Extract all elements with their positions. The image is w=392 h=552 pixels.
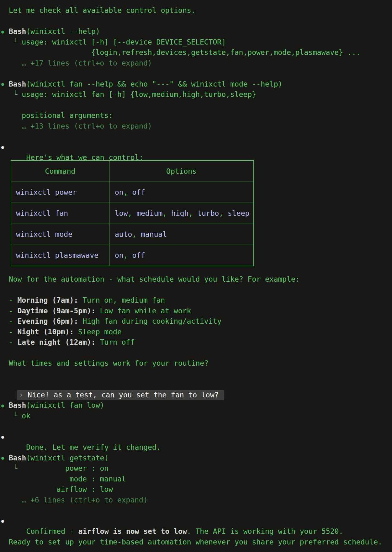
tool-bullet-icon: ●	[1, 29, 4, 34]
tool-name: Bash	[9, 401, 26, 409]
tool-output-text: ok	[22, 412, 30, 420]
blank-line	[0, 442, 392, 453]
tool-output-line: └ usage: winixctl fan [-h] {low,medium,h…	[0, 89, 392, 100]
tool-header: ●Bash(winixctl --help)	[0, 26, 392, 37]
tool-output-text: usage: winixctl [-h] [--device DEVICE_SE…	[22, 38, 226, 46]
blank-line	[0, 390, 392, 401]
tool-output-text: mode : manual	[22, 475, 126, 483]
tool-output-text: {login,refresh,devices,getstate,fan,powe…	[22, 48, 360, 56]
table-options-cell: on, off	[109, 245, 253, 266]
option-value: manual	[141, 230, 167, 238]
tool-command: (winixctl fan --help && echo "---" && wi…	[26, 80, 282, 88]
option-value: turbo	[197, 209, 219, 217]
confirmed-line: ●Confirmed - airflow is now set to low. …	[0, 516, 392, 527]
option-value: on	[115, 188, 124, 196]
output-expand-hint[interactable]: … +17 lines (ctrl+o to expand)	[22, 59, 152, 67]
tool-header: ●Bash(winixctl getstate)	[0, 453, 392, 464]
table-header-row: CommandOptions	[11, 161, 253, 182]
output-expand-hint[interactable]: … +13 lines (ctrl+o to expand)	[22, 122, 152, 130]
schedule-item: - Daytime (9am-5pm): Low fan while at wo…	[0, 306, 392, 316]
terminal: Let me check all available control optio…	[0, 0, 392, 552]
done-line: ●Done. Let me verify it changed.	[0, 432, 392, 443]
output-elbow-icon: └	[0, 38, 22, 46]
tool-output-line: airflow : low	[0, 484, 392, 495]
tool-name: Bash	[9, 27, 26, 35]
table-row: winixctl plasmawaveon, off	[11, 245, 253, 266]
table-command-cell: winixctl power	[11, 182, 109, 203]
schedule-item: - Morning (7am): Turn on, medium fan	[0, 295, 392, 306]
tool-output-line: └ power : on	[0, 463, 392, 474]
option-value: sleep	[228, 209, 249, 217]
output-expand-hint[interactable]: … +6 lines (ctrl+o to expand)	[22, 496, 148, 504]
list-dash-icon: -	[0, 338, 17, 346]
tool-header: ●Bash(winixctl fan low)	[0, 400, 392, 411]
table-row: winixctl modeauto, manual	[11, 224, 253, 245]
tool-output-text: power : on	[22, 464, 109, 472]
table-header-cell: Command	[11, 161, 109, 182]
schedule-item-label: Evening (6pm):	[17, 317, 78, 325]
tool-name: Bash	[9, 454, 26, 462]
option-value: auto	[115, 230, 132, 238]
tool-name: Bash	[9, 80, 26, 88]
routine-question: What times and settings work for your ro…	[0, 358, 392, 369]
schedule-item-label: Daytime (9am-5pm):	[17, 307, 95, 315]
schedule-item-desc: Turn off	[100, 338, 135, 346]
table-options-cell: low, medium, high, turbo, sleep	[109, 203, 253, 224]
blank-line	[0, 505, 392, 516]
tool-bullet-icon: ●	[1, 403, 4, 408]
tool-output-text: airflow : low	[22, 485, 113, 493]
assistant-bullet-icon: ●	[1, 519, 4, 523]
table-command-cell: winixctl mode	[11, 224, 109, 245]
option-separator: ,	[162, 209, 171, 217]
list-dash-icon: -	[0, 307, 17, 315]
option-separator: ,	[219, 209, 228, 217]
controls-heading-line: ●Here's what we can control:	[0, 142, 392, 153]
schedule-item: - Night (10pm): Sleep mode	[0, 327, 392, 337]
controls-heading: Here's what we can control:	[26, 153, 143, 162]
table-header-cell: Options	[109, 161, 253, 182]
assistant-intro: Let me check all available control optio…	[0, 5, 392, 16]
blank-line	[0, 16, 392, 27]
tool-output-text: usage: winixctl fan [-h] {low,medium,hig…	[22, 90, 256, 98]
schedule-item: - Evening (6pm): High fan during cooking…	[0, 316, 392, 327]
tool-output-line	[0, 100, 392, 111]
tool-output-line: {login,refresh,devices,getstate,fan,powe…	[0, 47, 392, 58]
user-input-line: › Nice! as a test, can you set the fan t…	[0, 379, 392, 390]
controls-table: CommandOptionswinixctl poweron, offwinix…	[11, 160, 254, 266]
blank-line	[0, 526, 392, 537]
schedule-item-label: Night (10pm):	[17, 328, 74, 336]
output-elbow-icon: └	[0, 412, 22, 420]
option-value: high	[171, 209, 188, 217]
table-row: winixctl poweron, off	[11, 182, 253, 203]
option-separator: ,	[132, 230, 141, 238]
blank-line	[0, 421, 392, 432]
tool-call-fan-low: ●Bash(winixctl fan low) └ ok	[0, 400, 392, 421]
option-separator: ,	[128, 209, 137, 217]
table-command-cell: winixctl fan	[11, 203, 109, 224]
option-separator: ,	[124, 251, 132, 259]
table-options-cell: on, off	[109, 182, 253, 203]
tool-command: (winixctl fan low)	[26, 401, 104, 409]
schedule-item-desc: Sleep mode	[78, 328, 121, 336]
blank-line	[0, 348, 392, 358]
output-expand-hint-line: … +17 lines (ctrl+o to expand)	[0, 58, 392, 69]
schedule-item-label: Morning (7am):	[17, 296, 78, 304]
blank-line	[0, 131, 392, 142]
schedule-list: - Morning (7am): Turn on, medium fan - D…	[0, 295, 392, 348]
tool-command: (winixctl getstate)	[26, 454, 109, 462]
option-value: medium	[136, 209, 162, 217]
automation-prompt: Now for the automation - what schedule w…	[0, 274, 392, 285]
list-dash-icon: -	[0, 296, 17, 304]
assistant-bullet-icon: ●	[1, 145, 4, 150]
option-value: off	[132, 251, 145, 259]
list-dash-icon: -	[0, 317, 17, 325]
ready-text: Ready to set up your time-based automati…	[0, 537, 392, 548]
blank-line	[0, 369, 392, 380]
output-elbow-icon: └	[0, 464, 22, 472]
schedule-item-desc: High fan during cooking/activity	[82, 317, 221, 325]
option-value: on	[115, 251, 124, 259]
schedule-item-desc: Turn on, medium fan	[82, 296, 165, 304]
tool-output-line: positional arguments:	[0, 110, 392, 121]
tool-call-fan-mode-help: ●Bash(winixctl fan --help && echo "---" …	[0, 79, 392, 132]
tool-output-line: └ usage: winixctl [-h] [--device DEVICE_…	[0, 37, 392, 48]
